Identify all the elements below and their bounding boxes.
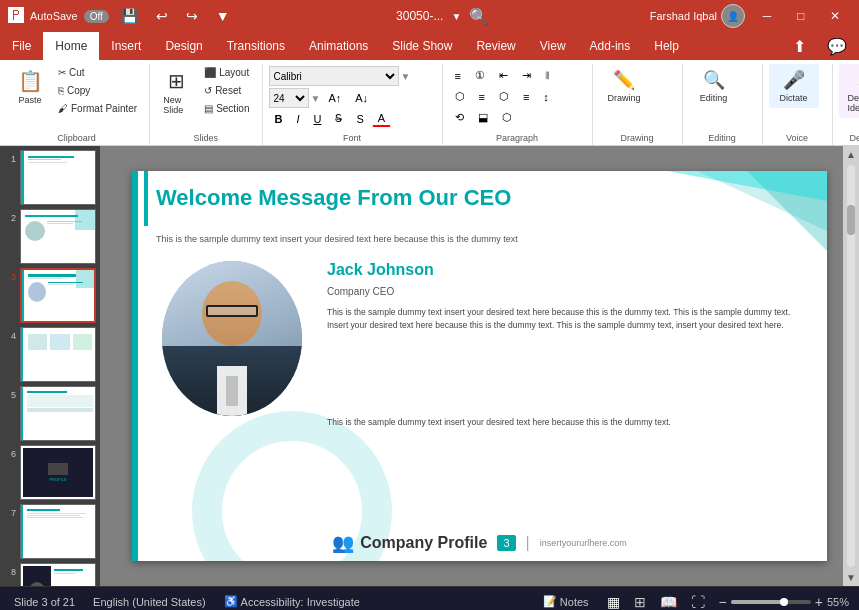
text-direction-button[interactable]: ⟲ [449, 109, 470, 126]
slide-thumb-5[interactable]: 5 [4, 386, 96, 441]
slide-img-1[interactable] [20, 150, 96, 205]
maximize-button[interactable]: □ [785, 4, 817, 28]
zoom-out-button[interactable]: − [719, 594, 727, 610]
tab-home[interactable]: Home [43, 32, 99, 60]
zoom-level[interactable]: 55% [827, 596, 849, 608]
autosave-toggle[interactable]: Off [84, 10, 109, 23]
accessibility-status[interactable]: ♿ Accessibility: Investigate [220, 593, 364, 610]
editing-button[interactable]: 🔍 Editing [689, 64, 739, 108]
slide-img-5[interactable] [20, 386, 96, 441]
align-center-button[interactable]: ≡ [473, 88, 491, 105]
undo-button[interactable]: ↩ [150, 6, 174, 26]
slide-img-6[interactable]: PROFILE [20, 445, 96, 500]
view-slideshow-button[interactable]: ⛶ [685, 592, 711, 611]
font-size-select[interactable]: 24 [269, 88, 309, 108]
slide-thumb-3[interactable]: 3 [4, 268, 96, 323]
slide-img-7[interactable] [20, 504, 96, 559]
scroll-thumb[interactable] [847, 205, 855, 235]
slide-thumb-8[interactable]: 8 [4, 563, 96, 586]
slide-thumb-2[interactable]: 2 [4, 209, 96, 264]
align-left-button[interactable]: ⬡ [449, 88, 471, 105]
slide-img-2[interactable] [20, 209, 96, 264]
dropdown-icon[interactable]: ▼ [451, 11, 461, 22]
tab-file[interactable]: File [0, 32, 43, 60]
justify-button[interactable]: ≡ [517, 88, 535, 105]
convert-smartart-button[interactable]: ⬡ [496, 109, 518, 126]
slide-img-4[interactable] [20, 327, 96, 382]
font-dropdown-icon[interactable]: ▼ [401, 71, 411, 82]
person-title[interactable]: Company CEO [327, 286, 394, 297]
minimize-button[interactable]: ─ [751, 4, 783, 28]
view-slide-sorter-button[interactable]: ⊞ [628, 592, 652, 611]
search-icon[interactable]: 🔍 [469, 7, 489, 26]
reset-button[interactable]: ↺ Reset [198, 82, 255, 99]
tab-insert[interactable]: Insert [99, 32, 153, 60]
slide-img-3[interactable] [20, 268, 96, 323]
view-reading-button[interactable]: 📖 [654, 592, 683, 611]
new-slide-button[interactable]: ⊞ New Slide [156, 64, 196, 120]
paste-button[interactable]: 📋 Paste [10, 64, 50, 110]
slide-img-8[interactable] [20, 563, 96, 586]
close-button[interactable]: ✕ [819, 4, 851, 28]
person-bio[interactable]: This is the sample dummy text insert you… [327, 306, 807, 332]
font-family-select[interactable]: Calibri [269, 66, 399, 86]
scroll-down-arrow[interactable]: ▼ [843, 569, 859, 586]
font-color-button[interactable]: A [372, 110, 391, 127]
align-right-button[interactable]: ⬡ [493, 88, 515, 105]
person-bio2[interactable]: This is the sample dummy text insert you… [327, 416, 807, 429]
company-name[interactable]: Company Profile [360, 534, 487, 552]
zoom-in-button[interactable]: + [815, 594, 823, 610]
view-normal-button[interactable]: ▦ [601, 592, 626, 611]
strikethrough-button[interactable]: S̶ [329, 110, 348, 127]
zoom-handle[interactable] [780, 598, 788, 606]
tab-help[interactable]: Help [642, 32, 691, 60]
scroll-up-arrow[interactable]: ▲ [843, 146, 859, 163]
font-size-dropdown-icon[interactable]: ▼ [311, 93, 321, 104]
scroll-vertical[interactable]: ▲ ▼ [843, 146, 859, 586]
dictate-button[interactable]: 🎤 Dictate [769, 64, 819, 108]
shadow-button[interactable]: S [350, 111, 369, 127]
align-text-button[interactable]: ⬓ [472, 109, 494, 126]
copy-button[interactable]: ⎘ Copy [52, 82, 143, 99]
slide-thumb-4[interactable]: 4 [4, 327, 96, 382]
footer-url[interactable]: insertyoururlhere.com [540, 538, 627, 548]
tab-slideshow[interactable]: Slide Show [380, 32, 464, 60]
scroll-track[interactable] [847, 165, 855, 567]
customize-button[interactable]: ▼ [210, 6, 236, 26]
notes-button[interactable]: 📝 Notes [539, 593, 593, 610]
save-button[interactable]: 💾 [115, 6, 144, 26]
design-ideas-button[interactable]: ✨ Design Ideas [839, 64, 860, 118]
redo-button[interactable]: ↪ [180, 6, 204, 26]
decrease-font-button[interactable]: A↓ [349, 90, 374, 106]
cut-button[interactable]: ✂ Cut [52, 64, 143, 81]
share-button[interactable]: ⬆ [783, 34, 815, 58]
slide-thumb-6[interactable]: 6 PROFILE [4, 445, 96, 500]
line-spacing-button[interactable]: ↕ [537, 88, 555, 105]
comments-button[interactable]: 💬 [821, 34, 853, 58]
section-button[interactable]: ▤ Section [198, 100, 255, 117]
slide-title[interactable]: Welcome Message From Our CEO [156, 185, 647, 211]
format-painter-button[interactable]: 🖌 Format Painter [52, 100, 143, 117]
slide-thumb-7[interactable]: 7 [4, 504, 96, 559]
decrease-indent-button[interactable]: ⇤ [493, 67, 514, 84]
bold-button[interactable]: B [269, 111, 289, 127]
slide-subtitle[interactable]: This is the sample dummy text insert you… [156, 233, 647, 246]
bullets-button[interactable]: ≡ [449, 67, 467, 84]
tab-animations[interactable]: Animations [297, 32, 380, 60]
numbering-button[interactable]: ① [469, 67, 491, 84]
canvas-area[interactable]: Welcome Message From Our CEO This is the… [100, 146, 859, 586]
tab-addins[interactable]: Add-ins [578, 32, 643, 60]
language-status[interactable]: English (United States) [89, 594, 210, 610]
person-name[interactable]: Jack Johnson [327, 261, 434, 279]
tab-transitions[interactable]: Transitions [215, 32, 297, 60]
increase-font-button[interactable]: A↑ [322, 90, 347, 106]
tab-review[interactable]: Review [464, 32, 527, 60]
slide-canvas[interactable]: Welcome Message From Our CEO This is the… [132, 171, 827, 561]
tab-view[interactable]: View [528, 32, 578, 60]
zoom-slider[interactable] [731, 600, 811, 604]
tab-design[interactable]: Design [153, 32, 214, 60]
layout-button[interactable]: ⬛ Layout [198, 64, 255, 81]
drawing-button[interactable]: ✏️ Drawing [599, 64, 650, 108]
columns-button[interactable]: ⫴ [539, 67, 556, 84]
underline-button[interactable]: U [308, 111, 328, 127]
